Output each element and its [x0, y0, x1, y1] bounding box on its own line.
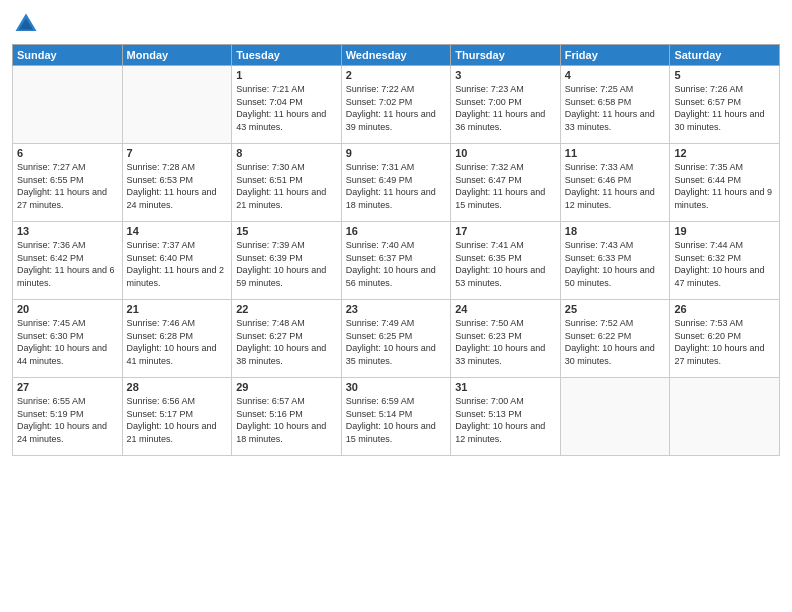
day-number: 26: [674, 303, 775, 315]
day-number: 13: [17, 225, 118, 237]
day-info: Sunrise: 7:43 AMSunset: 6:33 PMDaylight:…: [565, 239, 666, 289]
day-number: 27: [17, 381, 118, 393]
calendar-cell: 24Sunrise: 7:50 AMSunset: 6:23 PMDayligh…: [451, 300, 561, 378]
day-number: 20: [17, 303, 118, 315]
day-number: 2: [346, 69, 447, 81]
day-info: Sunrise: 6:57 AMSunset: 5:16 PMDaylight:…: [236, 395, 337, 445]
calendar-cell: 18Sunrise: 7:43 AMSunset: 6:33 PMDayligh…: [560, 222, 670, 300]
day-info: Sunrise: 7:26 AMSunset: 6:57 PMDaylight:…: [674, 83, 775, 133]
calendar-cell: 4Sunrise: 7:25 AMSunset: 6:58 PMDaylight…: [560, 66, 670, 144]
weekday-header-tuesday: Tuesday: [232, 45, 342, 66]
calendar-cell: 27Sunrise: 6:55 AMSunset: 5:19 PMDayligh…: [13, 378, 123, 456]
day-info: Sunrise: 7:50 AMSunset: 6:23 PMDaylight:…: [455, 317, 556, 367]
calendar-week-2: 6Sunrise: 7:27 AMSunset: 6:55 PMDaylight…: [13, 144, 780, 222]
day-info: Sunrise: 7:52 AMSunset: 6:22 PMDaylight:…: [565, 317, 666, 367]
day-number: 17: [455, 225, 556, 237]
day-info: Sunrise: 7:30 AMSunset: 6:51 PMDaylight:…: [236, 161, 337, 211]
logo-icon: [12, 10, 40, 38]
calendar-cell: 12Sunrise: 7:35 AMSunset: 6:44 PMDayligh…: [670, 144, 780, 222]
day-number: 15: [236, 225, 337, 237]
calendar-cell: 7Sunrise: 7:28 AMSunset: 6:53 PMDaylight…: [122, 144, 232, 222]
calendar-cell: 20Sunrise: 7:45 AMSunset: 6:30 PMDayligh…: [13, 300, 123, 378]
calendar-cell: 15Sunrise: 7:39 AMSunset: 6:39 PMDayligh…: [232, 222, 342, 300]
day-number: 19: [674, 225, 775, 237]
day-number: 8: [236, 147, 337, 159]
calendar-week-5: 27Sunrise: 6:55 AMSunset: 5:19 PMDayligh…: [13, 378, 780, 456]
weekday-header-friday: Friday: [560, 45, 670, 66]
day-info: Sunrise: 7:46 AMSunset: 6:28 PMDaylight:…: [127, 317, 228, 367]
calendar-cell: 30Sunrise: 6:59 AMSunset: 5:14 PMDayligh…: [341, 378, 451, 456]
day-info: Sunrise: 7:45 AMSunset: 6:30 PMDaylight:…: [17, 317, 118, 367]
calendar-cell: 29Sunrise: 6:57 AMSunset: 5:16 PMDayligh…: [232, 378, 342, 456]
day-number: 29: [236, 381, 337, 393]
calendar-cell: 17Sunrise: 7:41 AMSunset: 6:35 PMDayligh…: [451, 222, 561, 300]
day-info: Sunrise: 7:22 AMSunset: 7:02 PMDaylight:…: [346, 83, 447, 133]
calendar-cell: 26Sunrise: 7:53 AMSunset: 6:20 PMDayligh…: [670, 300, 780, 378]
weekday-header-wednesday: Wednesday: [341, 45, 451, 66]
calendar-cell: 31Sunrise: 7:00 AMSunset: 5:13 PMDayligh…: [451, 378, 561, 456]
day-info: Sunrise: 7:27 AMSunset: 6:55 PMDaylight:…: [17, 161, 118, 211]
day-number: 22: [236, 303, 337, 315]
calendar-cell: 16Sunrise: 7:40 AMSunset: 6:37 PMDayligh…: [341, 222, 451, 300]
day-number: 24: [455, 303, 556, 315]
calendar-cell: [122, 66, 232, 144]
day-number: 10: [455, 147, 556, 159]
calendar-week-3: 13Sunrise: 7:36 AMSunset: 6:42 PMDayligh…: [13, 222, 780, 300]
day-number: 30: [346, 381, 447, 393]
day-info: Sunrise: 7:31 AMSunset: 6:49 PMDaylight:…: [346, 161, 447, 211]
day-info: Sunrise: 7:36 AMSunset: 6:42 PMDaylight:…: [17, 239, 118, 289]
day-info: Sunrise: 7:48 AMSunset: 6:27 PMDaylight:…: [236, 317, 337, 367]
calendar-cell: 22Sunrise: 7:48 AMSunset: 6:27 PMDayligh…: [232, 300, 342, 378]
weekday-header-saturday: Saturday: [670, 45, 780, 66]
calendar-cell: 23Sunrise: 7:49 AMSunset: 6:25 PMDayligh…: [341, 300, 451, 378]
calendar-cell: [670, 378, 780, 456]
header: [12, 10, 780, 38]
calendar-cell: 2Sunrise: 7:22 AMSunset: 7:02 PMDaylight…: [341, 66, 451, 144]
day-number: 14: [127, 225, 228, 237]
calendar-cell: 6Sunrise: 7:27 AMSunset: 6:55 PMDaylight…: [13, 144, 123, 222]
day-info: Sunrise: 7:53 AMSunset: 6:20 PMDaylight:…: [674, 317, 775, 367]
header-row: SundayMondayTuesdayWednesdayThursdayFrid…: [13, 45, 780, 66]
day-number: 28: [127, 381, 228, 393]
calendar-cell: 9Sunrise: 7:31 AMSunset: 6:49 PMDaylight…: [341, 144, 451, 222]
calendar-week-4: 20Sunrise: 7:45 AMSunset: 6:30 PMDayligh…: [13, 300, 780, 378]
calendar-week-1: 1Sunrise: 7:21 AMSunset: 7:04 PMDaylight…: [13, 66, 780, 144]
day-number: 9: [346, 147, 447, 159]
day-info: Sunrise: 7:49 AMSunset: 6:25 PMDaylight:…: [346, 317, 447, 367]
day-number: 5: [674, 69, 775, 81]
day-number: 16: [346, 225, 447, 237]
logo: [12, 10, 44, 38]
calendar-table: SundayMondayTuesdayWednesdayThursdayFrid…: [12, 44, 780, 456]
day-info: Sunrise: 7:32 AMSunset: 6:47 PMDaylight:…: [455, 161, 556, 211]
day-number: 4: [565, 69, 666, 81]
day-info: Sunrise: 7:28 AMSunset: 6:53 PMDaylight:…: [127, 161, 228, 211]
calendar-cell: 25Sunrise: 7:52 AMSunset: 6:22 PMDayligh…: [560, 300, 670, 378]
calendar-cell: 13Sunrise: 7:36 AMSunset: 6:42 PMDayligh…: [13, 222, 123, 300]
day-info: Sunrise: 7:40 AMSunset: 6:37 PMDaylight:…: [346, 239, 447, 289]
weekday-header-thursday: Thursday: [451, 45, 561, 66]
day-number: 23: [346, 303, 447, 315]
day-info: Sunrise: 6:55 AMSunset: 5:19 PMDaylight:…: [17, 395, 118, 445]
day-info: Sunrise: 7:25 AMSunset: 6:58 PMDaylight:…: [565, 83, 666, 133]
day-info: Sunrise: 7:35 AMSunset: 6:44 PMDaylight:…: [674, 161, 775, 211]
day-info: Sunrise: 6:56 AMSunset: 5:17 PMDaylight:…: [127, 395, 228, 445]
calendar-cell: [560, 378, 670, 456]
day-number: 31: [455, 381, 556, 393]
day-number: 21: [127, 303, 228, 315]
calendar-cell: 28Sunrise: 6:56 AMSunset: 5:17 PMDayligh…: [122, 378, 232, 456]
day-number: 18: [565, 225, 666, 237]
day-number: 3: [455, 69, 556, 81]
calendar-cell: 14Sunrise: 7:37 AMSunset: 6:40 PMDayligh…: [122, 222, 232, 300]
day-number: 12: [674, 147, 775, 159]
calendar-cell: 1Sunrise: 7:21 AMSunset: 7:04 PMDaylight…: [232, 66, 342, 144]
day-number: 25: [565, 303, 666, 315]
calendar-cell: 10Sunrise: 7:32 AMSunset: 6:47 PMDayligh…: [451, 144, 561, 222]
day-number: 7: [127, 147, 228, 159]
day-info: Sunrise: 7:37 AMSunset: 6:40 PMDaylight:…: [127, 239, 228, 289]
calendar-cell: 5Sunrise: 7:26 AMSunset: 6:57 PMDaylight…: [670, 66, 780, 144]
calendar-cell: [13, 66, 123, 144]
day-info: Sunrise: 7:39 AMSunset: 6:39 PMDaylight:…: [236, 239, 337, 289]
calendar-cell: 8Sunrise: 7:30 AMSunset: 6:51 PMDaylight…: [232, 144, 342, 222]
day-info: Sunrise: 7:00 AMSunset: 5:13 PMDaylight:…: [455, 395, 556, 445]
day-info: Sunrise: 7:21 AMSunset: 7:04 PMDaylight:…: [236, 83, 337, 133]
